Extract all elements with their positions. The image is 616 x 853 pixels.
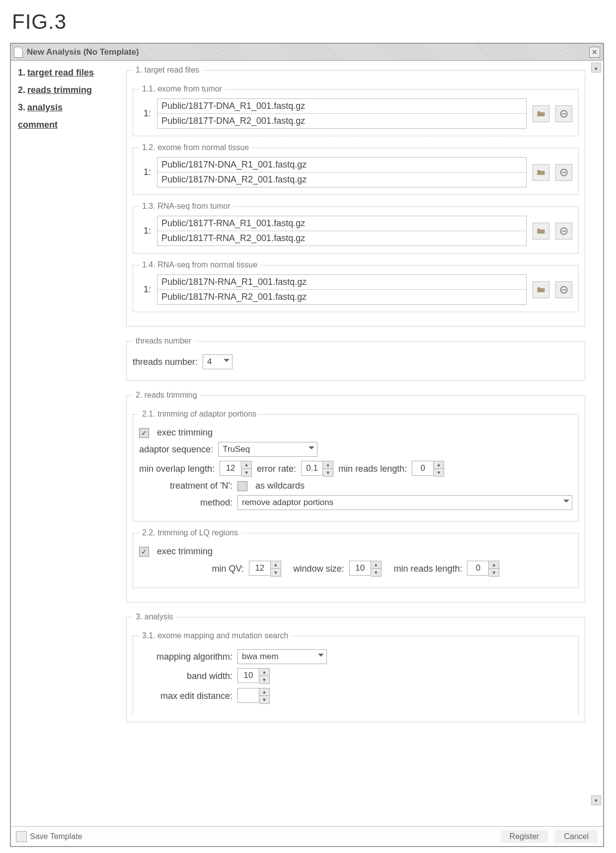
max-edit-distance-label: max edit distance:	[139, 691, 232, 701]
min-overlap-label: min overlap length:	[139, 464, 215, 474]
remove-button[interactable]	[555, 223, 572, 240]
min-overlap-spinner[interactable]: 12▲▼	[220, 461, 252, 477]
register-button[interactable]: Register	[500, 830, 549, 844]
group-adaptor-trimming: 2.1. trimming of adaptor portions exec t…	[133, 410, 579, 521]
close-button[interactable]: ✕	[589, 47, 600, 58]
nav-link-reads-trimming[interactable]: reads trimming	[27, 85, 92, 95]
dialog-window: New Analysis (No Template) ✕ 1.target re…	[10, 43, 604, 847]
group-2-1-legend: 2.1. trimming of adaptor portions	[139, 410, 259, 419]
file-path[interactable]: Public/1817N-RNA_R2_001.fastq.gz	[157, 290, 526, 304]
section2-legend: 2. reads trimming	[133, 391, 200, 400]
scroll-down-icon[interactable]: ▾	[591, 795, 601, 805]
section1-legend: 1. target read files	[133, 66, 202, 75]
browse-button[interactable]	[533, 223, 549, 240]
file-path[interactable]: Public/1817N-DNA_R2_001.fastq.gz	[157, 172, 526, 187]
spinner-up-icon: ▲	[259, 688, 269, 696]
dialog-footer: Save Template Register Cancel	[11, 826, 603, 846]
exec-trimming-checkbox[interactable]	[139, 428, 149, 438]
group-rna-normal: 1.4. RNA-seq from normal tissue 1: Publi…	[133, 260, 579, 312]
adaptor-sequence-select[interactable]: TruSeq	[218, 442, 317, 457]
min-qv-spinner[interactable]: 12▲▼	[249, 561, 281, 577]
save-icon	[16, 831, 27, 842]
file-path[interactable]: Public/1817T-DNA_R2_001.fastq.gz	[157, 114, 526, 128]
threads-legend: threads number	[133, 337, 194, 345]
file-path[interactable]: Public/1817T-RNA_R2_001.fastq.gz	[157, 231, 526, 246]
spinner-down-icon: ▼	[271, 569, 281, 576]
group-exome-normal: 1.2. exome from normal tissue 1: Public/…	[133, 143, 579, 195]
group-3-1-legend: 3.1. exome mapping and mutation search	[139, 631, 291, 640]
window-size-spinner[interactable]: 10▲▼	[349, 561, 382, 577]
document-icon	[14, 47, 23, 58]
remove-button[interactable]	[555, 105, 572, 122]
max-edit-distance-spinner[interactable]: ▲▼	[237, 688, 270, 704]
method-select[interactable]: remove adaptor portions	[237, 495, 572, 510]
file-path[interactable]: Public/1817T-DNA_R1_001.fastq.gz	[157, 99, 526, 114]
min-reads-length-label: min reads length:	[338, 464, 407, 474]
spinner-down-icon: ▼	[259, 676, 269, 683]
mapping-algorithm-label: mapping algorithm:	[139, 652, 232, 662]
spinner-down-icon: ▼	[434, 469, 444, 476]
main-panel: 1. target read files 1.1. exome from tum…	[122, 61, 603, 826]
adaptor-sequence-label: adaptor sequence:	[139, 444, 213, 455]
file-path[interactable]: Public/1817N-DNA_R1_001.fastq.gz	[157, 158, 526, 172]
browse-button[interactable]	[533, 105, 549, 122]
treatment-n-label: treatment of 'N':	[139, 481, 232, 491]
scroll-up-icon[interactable]: ▴	[591, 63, 601, 73]
min-reads-length-spinner[interactable]: 0▲▼	[412, 461, 444, 477]
spinner-down-icon: ▼	[323, 469, 333, 476]
remove-button[interactable]	[555, 281, 572, 298]
spinner-up-icon: ▲	[241, 461, 251, 469]
group-lq-trimming: 2.2. trimming of LQ regions exec trimmin…	[133, 528, 579, 588]
method-label: method:	[139, 498, 232, 508]
min-reads-length-lq-label: min reads length:	[393, 564, 462, 574]
error-rate-spinner[interactable]: 0.1▲▼	[301, 461, 333, 477]
nav-num-3: 3.	[18, 102, 25, 112]
browse-button[interactable]	[533, 164, 549, 181]
spinner-up-icon: ▲	[271, 561, 281, 569]
file-path[interactable]: Public/1817N-RNA_R1_001.fastq.gz	[157, 275, 526, 290]
min-reads-length-lq-spinner[interactable]: 0▲▼	[467, 561, 499, 577]
exec-trimming-lq-label: exec trimming	[157, 546, 213, 557]
cancel-button[interactable]: Cancel	[554, 830, 598, 844]
spinner-up-icon: ▲	[259, 669, 269, 676]
file-index: 1:	[139, 226, 151, 236]
group-2-2-legend: 2.2. trimming of LQ regions	[139, 528, 241, 537]
group-1-3-legend: 1.3. RNA-seq from tumor	[139, 202, 233, 211]
spinner-up-icon: ▲	[434, 461, 444, 469]
threads-label: threads number:	[133, 357, 198, 367]
group-1-4-legend: 1.4. RNA-seq from normal tissue	[139, 260, 260, 269]
threads-select[interactable]: 4	[203, 354, 232, 369]
save-template-button[interactable]: Save Template	[16, 831, 82, 842]
group-1-2-legend: 1.2. exome from normal tissue	[139, 143, 252, 152]
exec-trimming-lq-checkbox[interactable]	[139, 547, 149, 557]
band-width-spinner[interactable]: 10▲▼	[237, 668, 270, 684]
nav-link-target-read-files[interactable]: target read files	[27, 68, 94, 78]
vertical-scrollbar[interactable]: ▴ ▾	[591, 63, 601, 805]
nav-link-comment[interactable]: comment	[18, 120, 58, 130]
section-analysis: 3. analysis 3.1. exome mapping and mutat…	[126, 612, 585, 722]
group-1-1-legend: 1.1. exome from tumor	[139, 85, 225, 93]
section-target-read-files: 1. target read files 1.1. exome from tum…	[126, 66, 585, 327]
wildcards-checkbox[interactable]	[237, 481, 247, 491]
group-exome-tumor: 1.1. exome from tumor 1: Public/1817T-DN…	[133, 85, 579, 136]
min-qv-label: min QV:	[212, 564, 244, 574]
file-path[interactable]: Public/1817T-RNA_R1_001.fastq.gz	[157, 216, 526, 231]
section3-legend: 3. analysis	[133, 612, 176, 621]
window-title: New Analysis (No Template)	[27, 47, 139, 57]
sidebar-nav: 1.target read files 2.reads trimming 3.a…	[11, 61, 122, 826]
spinner-up-icon: ▲	[323, 461, 333, 469]
spinner-down-icon: ▼	[259, 696, 269, 703]
mapping-algorithm-select[interactable]: bwa mem	[237, 649, 327, 664]
file-index: 1:	[139, 167, 151, 177]
nav-link-analysis[interactable]: analysis	[27, 102, 63, 112]
spinner-up-icon: ▲	[371, 561, 381, 569]
section-reads-trimming: 2. reads trimming 2.1. trimming of adapt…	[126, 391, 585, 602]
section-threads: threads number threads number: 4	[126, 337, 585, 381]
exec-trimming-label: exec trimming	[157, 427, 213, 438]
error-rate-label: error rate:	[257, 464, 296, 474]
browse-button[interactable]	[533, 281, 549, 298]
wildcards-label: as wildcards	[255, 481, 305, 491]
band-width-label: band width:	[139, 671, 232, 682]
spinner-down-icon: ▼	[371, 569, 381, 576]
remove-button[interactable]	[555, 164, 572, 181]
